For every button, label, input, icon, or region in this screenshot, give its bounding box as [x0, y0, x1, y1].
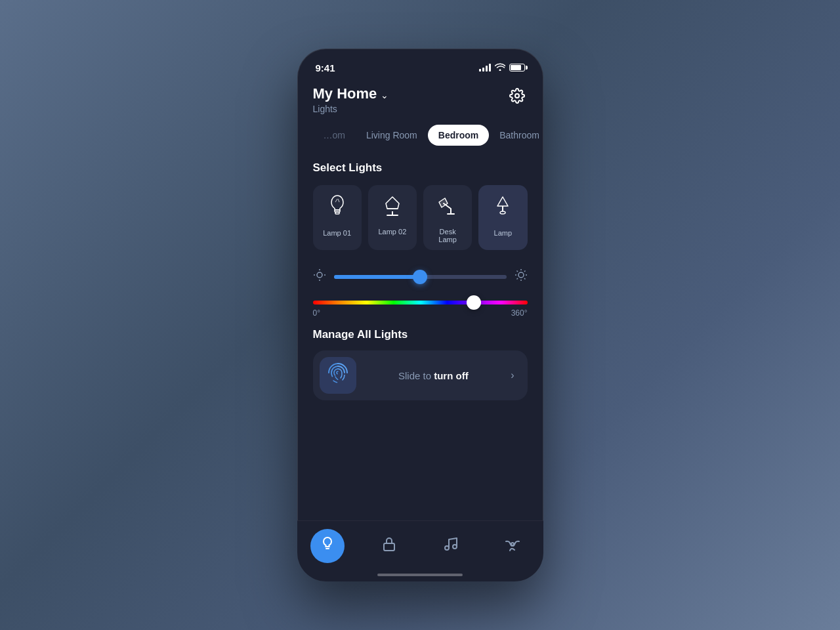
nav-fan-wrap [495, 529, 530, 563]
light-cards: Lamp 01 Lamp 02 [313, 185, 528, 250]
status-icons [479, 62, 525, 73]
chevron-down-icon: ⌄ [381, 90, 388, 100]
home-name-text: My Home [313, 85, 377, 102]
light-card-lamp02[interactable]: Lamp 02 [368, 185, 417, 250]
svg-line-25 [516, 278, 518, 280]
home-name[interactable]: My Home ⌄ [313, 85, 389, 102]
manage-section: Manage All Lights [313, 328, 528, 400]
svg-point-32 [511, 543, 514, 545]
brightness-slider-section [313, 268, 528, 285]
nav-lock-icon [382, 536, 396, 556]
nav-lights[interactable] [310, 529, 345, 563]
signal-icon [479, 64, 491, 72]
select-lights-title: Select Lights [313, 161, 528, 175]
svg-line-23 [516, 271, 518, 272]
nav-lights-wrap [310, 529, 345, 563]
light-card-lamp01[interactable]: Lamp 01 [313, 185, 362, 250]
tab-room[interactable]: …om [313, 125, 356, 146]
home-indicator [377, 574, 463, 576]
nav-music-icon [443, 536, 459, 556]
svg-point-0 [515, 94, 519, 98]
header-subtitle: Lights [313, 104, 389, 114]
wifi-icon [495, 62, 505, 73]
bottom-nav [297, 520, 543, 581]
color-min-label: 0° [313, 308, 320, 318]
header: My Home ⌄ Lights [297, 77, 543, 114]
nav-lights-icon [320, 536, 335, 556]
main-content: Select Lights Lamp 01 [297, 146, 543, 400]
header-title: My Home ⌄ Lights [313, 85, 389, 114]
slide-action: turn off [434, 370, 468, 381]
light-card-desk-lamp[interactable]: Desk Lamp [423, 185, 472, 250]
fingerprint-button[interactable] [320, 357, 356, 394]
color-track[interactable] [313, 301, 528, 304]
status-bar: 9:41 [297, 49, 543, 77]
phone-container: 9:41 My Home ⌄ [297, 49, 543, 581]
lamp01-icon [327, 194, 348, 222]
light-card-lamp[interactable]: Lamp [478, 185, 527, 250]
settings-button[interactable] [507, 85, 528, 110]
manage-title: Manage All Lights [313, 328, 528, 341]
desk-lamp-icon [436, 194, 459, 221]
slide-text: Slide to turn off [367, 370, 501, 381]
tab-bathroom[interactable]: Bathroom [489, 125, 543, 146]
color-slider-section: 0° 360° [313, 301, 528, 318]
battery-icon [509, 64, 525, 72]
svg-line-26 [524, 271, 526, 272]
svg-line-24 [524, 278, 526, 280]
svg-line-4 [338, 199, 339, 202]
lamp02-label: Lamp 02 [378, 228, 406, 236]
nav-fan-icon [505, 536, 520, 556]
brightness-high-icon [514, 268, 528, 285]
nav-fan[interactable] [495, 529, 530, 563]
desk-lamp-label: Desk Lamp [430, 228, 465, 243]
status-time: 9:41 [316, 62, 335, 74]
fingerprint-icon [326, 361, 350, 390]
color-max-label: 360° [511, 308, 528, 318]
lamp-icon [492, 194, 513, 222]
svg-rect-2 [335, 212, 339, 214]
svg-point-30 [445, 546, 449, 550]
slide-arrow-icon: › [511, 369, 514, 381]
lamp-label: Lamp [494, 229, 513, 237]
svg-point-13 [317, 272, 322, 278]
slide-control[interactable]: Slide to turn off › [313, 350, 528, 400]
tab-bar: …om Living Room Bedroom Bathroom Bath… [297, 114, 543, 146]
gear-icon [509, 91, 525, 107]
svg-point-12 [500, 211, 505, 214]
nav-lock-wrap [372, 529, 406, 563]
color-labels: 0° 360° [313, 308, 528, 318]
brightness-slider-row [313, 268, 528, 285]
lamp01-label: Lamp 01 [323, 229, 351, 237]
tab-living-room[interactable]: Living Room [356, 125, 428, 146]
brightness-low-icon [313, 268, 326, 285]
lamp02-icon [381, 194, 404, 221]
svg-line-3 [335, 199, 337, 202]
nav-music[interactable] [434, 529, 468, 563]
svg-rect-29 [384, 543, 394, 551]
svg-point-18 [518, 272, 524, 278]
nav-lock[interactable] [372, 529, 406, 563]
nav-music-wrap [434, 529, 468, 563]
brightness-track[interactable] [334, 275, 507, 279]
svg-point-31 [453, 545, 457, 549]
tab-bedroom[interactable]: Bedroom [428, 125, 489, 146]
